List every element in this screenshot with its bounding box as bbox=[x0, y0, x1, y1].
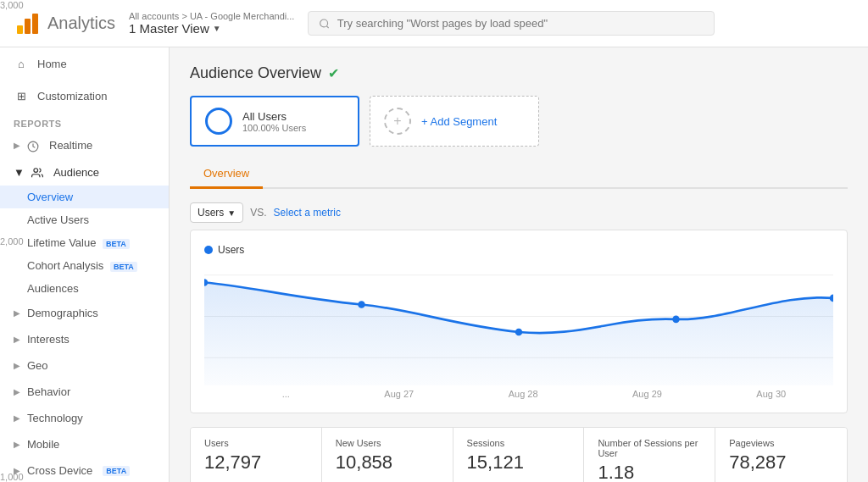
chevron-down-icon: ▼ bbox=[213, 24, 221, 33]
select-metric-link[interactable]: Select a metric bbox=[274, 207, 341, 219]
search-input[interactable] bbox=[337, 17, 704, 30]
stat-card-pageviews: Pageviews 78,287 bbox=[715, 428, 847, 482]
chart-plot bbox=[204, 266, 833, 385]
vs-text: VS. bbox=[250, 207, 266, 219]
svg-rect-2 bbox=[32, 14, 38, 34]
svg-point-11 bbox=[358, 301, 364, 308]
metric-label: Users bbox=[198, 207, 224, 219]
page-title: Audience Overview bbox=[190, 64, 321, 82]
x-label-aug28: Aug 28 bbox=[509, 389, 538, 399]
x-label-aug30: Aug 30 bbox=[756, 389, 786, 399]
audience-icon bbox=[31, 166, 47, 180]
tab-overview[interactable]: Overview bbox=[190, 160, 263, 189]
mini-chart bbox=[467, 479, 570, 482]
mini-chart-svg bbox=[729, 479, 833, 482]
mini-chart-svg bbox=[336, 479, 439, 482]
mini-chart bbox=[336, 479, 439, 482]
chart-body: 3,000 2,000 1,000 bbox=[204, 266, 833, 385]
stat-value: 78,287 bbox=[729, 452, 833, 474]
metric-dropdown[interactable]: Users ▼ bbox=[190, 202, 243, 223]
line-chart-svg bbox=[204, 266, 833, 385]
verified-icon: ✔ bbox=[328, 65, 339, 81]
search-bar[interactable] bbox=[308, 11, 715, 36]
segment-sub: 100.00% Users bbox=[242, 123, 306, 133]
all-users-segment[interactable]: All Users 100.00% Users bbox=[190, 96, 359, 147]
x-label-aug27: Aug 27 bbox=[384, 389, 414, 399]
segment-circle bbox=[205, 108, 232, 135]
mini-chart-svg bbox=[467, 479, 570, 482]
account-view-dropdown[interactable]: 1 Master View ▼ bbox=[129, 21, 294, 36]
chevron-down-icon: ▼ bbox=[227, 208, 236, 218]
main-layout: ⌂ Home ⊞ Customization REPORTS ▶ Realtim… bbox=[0, 47, 868, 482]
legend-label: Users bbox=[218, 244, 244, 256]
stat-value: 12,797 bbox=[204, 452, 308, 474]
page-title-row: Audience Overview ✔ bbox=[190, 64, 848, 82]
add-segment-circle: + bbox=[384, 108, 411, 135]
segment-bar: All Users 100.00% Users + + Add Segment bbox=[190, 96, 848, 147]
stat-value: 1.18 bbox=[598, 462, 701, 482]
chart-legend: Users bbox=[204, 244, 833, 256]
mini-chart bbox=[204, 479, 308, 482]
stat-label: New Users bbox=[336, 438, 439, 448]
stat-card-sessions-per-user: Number of Sessions per User 1.18 bbox=[584, 428, 715, 482]
mini-chart-svg bbox=[204, 479, 308, 482]
x-axis-labels: ... Aug 27 Aug 28 Aug 29 Aug 30 bbox=[204, 389, 833, 399]
add-segment-text: + Add Segment bbox=[421, 115, 497, 128]
stat-label: Users bbox=[204, 438, 308, 448]
stat-card-sessions: Sessions 15,121 bbox=[453, 428, 585, 482]
chart-container: Users 3,000 2,000 1,000 bbox=[190, 230, 848, 413]
app-title: Analytics bbox=[47, 14, 115, 33]
svg-point-6 bbox=[34, 169, 38, 173]
add-segment-button[interactable]: + + Add Segment bbox=[370, 96, 539, 147]
account-path: All accounts > UA - Google Merchandi... bbox=[129, 11, 294, 21]
svg-point-3 bbox=[320, 19, 328, 26]
x-label-dots: ... bbox=[282, 389, 290, 399]
stat-value: 15,121 bbox=[467, 452, 570, 474]
topbar: Analytics All accounts > UA - Google Mer… bbox=[0, 0, 868, 47]
svg-point-13 bbox=[672, 315, 679, 323]
svg-point-12 bbox=[515, 329, 522, 336]
stat-card-users: Users 12,797 bbox=[191, 428, 322, 482]
controls-row: Users ▼ VS. Select a metric bbox=[190, 202, 848, 223]
svg-line-4 bbox=[327, 25, 329, 27]
legend-dot bbox=[204, 246, 213, 254]
tab-bar: Overview bbox=[190, 160, 848, 189]
account-info: All accounts > UA - Google Merchandi... … bbox=[129, 11, 294, 36]
stat-card-new-users: New Users 10,858 bbox=[322, 428, 453, 482]
x-label-aug29: Aug 29 bbox=[632, 389, 662, 399]
stat-value: 10,858 bbox=[336, 452, 439, 474]
stat-label: Sessions bbox=[467, 438, 570, 448]
stat-label: Pageviews bbox=[729, 438, 833, 448]
stat-label: Number of Sessions per User bbox=[598, 438, 701, 458]
main-content: Audience Overview ✔ All Users 100.00% Us… bbox=[170, 47, 868, 482]
mini-chart bbox=[729, 479, 833, 482]
search-icon bbox=[319, 18, 330, 30]
stats-row-1: Users 12,797 New Users 10,858 Sess bbox=[190, 427, 848, 482]
segment-name: All Users bbox=[242, 110, 306, 123]
